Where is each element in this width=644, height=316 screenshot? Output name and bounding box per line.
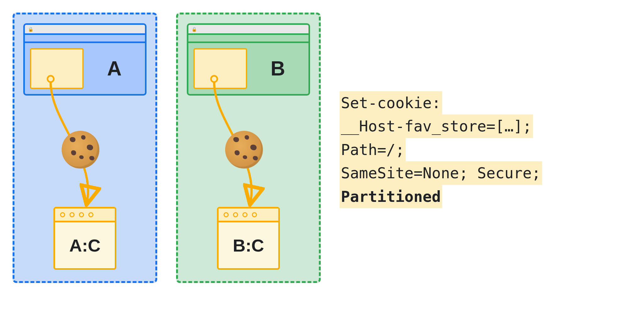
jar-dot-icon (88, 212, 93, 217)
cookie-icon (225, 131, 263, 169)
toolbar-strip-b (188, 35, 308, 43)
partition-a: 🔒 A (13, 13, 157, 283)
partition-b: 🔒 B (176, 13, 321, 283)
browser-content-b: B (188, 43, 308, 94)
jar-dot-icon (224, 212, 229, 217)
jar-dot-icon (79, 212, 84, 217)
jar-dot-icon (60, 212, 65, 217)
site-label-b: B (252, 48, 303, 89)
code-line: SameSite=None; Secure; (340, 161, 542, 185)
third-party-iframe-b (193, 48, 247, 89)
jar-label-b: B:C (219, 222, 278, 268)
set-cookie-header-example: Set-cookie: __Host-fav_store=[…]; Path=/… (340, 91, 542, 208)
site-label-a: A (89, 48, 140, 89)
lock-icon: 🔒 (192, 27, 197, 32)
address-bar-a: 🔒 (25, 25, 145, 35)
cookie-jar-b: B:C (217, 207, 280, 270)
code-line: __Host-fav_store=[…]; (340, 114, 533, 138)
third-party-iframe-a (30, 48, 84, 89)
toolbar-strip-a (25, 35, 145, 43)
browser-window-a: 🔒 A (23, 23, 147, 96)
jar-header-b (219, 208, 278, 222)
code-line: Set-cookie: (340, 91, 442, 114)
browser-window-b: 🔒 B (187, 23, 310, 96)
lock-icon: 🔒 (28, 27, 33, 32)
jar-header-a (55, 208, 115, 222)
jar-label-a: A:C (55, 222, 115, 268)
code-line: Path=/; (340, 138, 406, 161)
cookie-jar-a: A:C (53, 207, 116, 270)
jar-dot-icon (242, 212, 247, 217)
browser-content-a: A (25, 43, 145, 94)
cookie-partitioning-diagram: 🔒 A (13, 13, 631, 283)
code-line-partitioned: Partitioned (340, 185, 442, 208)
cookie-icon (62, 131, 99, 169)
jar-dot-icon (252, 212, 257, 217)
jar-dot-icon (69, 212, 75, 217)
jar-dot-icon (233, 212, 238, 217)
address-bar-b: 🔒 (188, 25, 308, 35)
